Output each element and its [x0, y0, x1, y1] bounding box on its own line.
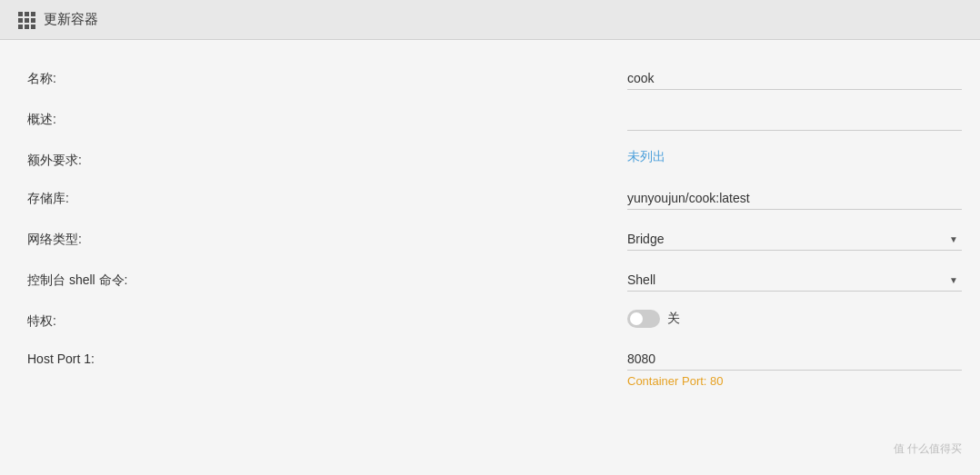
field-extra-row: 额外要求: 未列出	[27, 149, 962, 169]
container-port-label: Container Port: 80	[627, 374, 962, 388]
field-network-label: 网络类型:	[27, 228, 627, 248]
network-select-wrapper: Bridge Host None ▼	[627, 228, 962, 251]
field-hostport-row: Host Port 1: Container Port: 80	[27, 348, 962, 388]
description-input[interactable]	[627, 108, 962, 131]
field-shell-field: Shell bash sh ▼	[627, 269, 962, 292]
repository-input[interactable]	[627, 187, 962, 210]
field-repository-field	[627, 187, 962, 210]
privileged-toggle[interactable]	[627, 310, 660, 328]
extra-link[interactable]: 未列出	[627, 149, 665, 163]
watermark: 值 什么值得买	[894, 441, 962, 457]
field-hostport-field: Container Port: 80	[627, 348, 962, 388]
page-header: 更新容器	[0, 0, 980, 40]
name-input[interactable]	[627, 67, 962, 90]
field-extra-label: 额外要求:	[27, 149, 627, 169]
field-network-field: Bridge Host None ▼	[627, 228, 962, 251]
hostport-input[interactable]	[627, 348, 962, 371]
field-name-label: 名称:	[27, 67, 627, 87]
toggle-thumb	[630, 312, 643, 325]
network-select[interactable]: Bridge Host None	[627, 228, 962, 250]
field-repository-row: 存储库:	[27, 187, 962, 210]
form-content: 名称: 概述: 额外要求: 未列出 存储库:	[0, 40, 980, 475]
field-hostport-label: Host Port 1:	[27, 348, 627, 366]
field-description-field	[627, 108, 962, 131]
field-name-row: 名称:	[27, 67, 962, 90]
page-container: 更新容器 名称: 概述: 额外要求: 未列出 存储库:	[0, 0, 980, 475]
field-network-row: 网络类型: Bridge Host None ▼	[27, 228, 962, 251]
field-extra-field: 未列出	[627, 149, 962, 165]
shell-select-wrapper: Shell bash sh ▼	[627, 269, 962, 292]
field-description-label: 概述:	[27, 108, 627, 128]
toggle-row: 关	[627, 310, 962, 328]
field-privileged-row: 特权: 关	[27, 310, 962, 330]
field-repository-label: 存储库:	[27, 187, 627, 207]
field-name-field	[627, 67, 962, 90]
shell-select[interactable]: Shell bash sh	[627, 269, 962, 291]
field-privileged-label: 特权:	[27, 310, 627, 330]
grid-icon	[18, 12, 35, 28]
field-shell-label: 控制台 shell 命令:	[27, 269, 627, 289]
field-shell-row: 控制台 shell 命令: Shell bash sh ▼	[27, 269, 962, 292]
field-privileged-field: 关	[627, 310, 962, 328]
page-title: 更新容器	[44, 11, 98, 28]
field-description-row: 概述:	[27, 108, 962, 131]
toggle-off-label: 关	[667, 311, 680, 327]
